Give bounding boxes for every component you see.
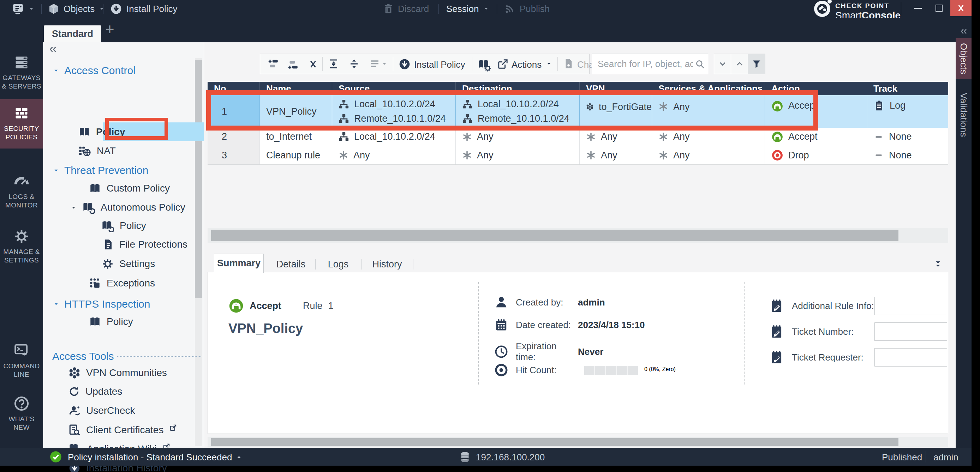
nav-item-nat[interactable]: NAT [78,145,116,157]
nav-section-access-control[interactable]: Access Control [53,65,135,76]
find-previous-button[interactable] [731,54,748,74]
details-hscrollbar-track[interactable] [208,437,948,447]
divider [472,57,473,71]
field-hit-count: Hit Count: [495,363,578,377]
filter-button[interactable] [748,54,765,74]
search-input[interactable] [598,54,693,74]
sidebar-item-security-policies[interactable]: SECURITYPOLICIES [0,99,43,149]
changes-icon[interactable] [563,58,574,69]
track-cell[interactable]: None [867,128,948,146]
insert-section-below-icon[interactable] [348,58,360,70]
nav-item-autonomous-policy-policy[interactable]: Policy [101,219,146,232]
collapse-details-icon[interactable] [934,260,943,269]
vpn-cell[interactable]: Any [580,146,652,165]
table-hscrollbar-thumb[interactable] [211,230,899,241]
checkpoint-logo [814,1,830,17]
track-cell[interactable]: Log [867,95,948,128]
details-hscrollbar-thumb[interactable] [211,438,899,446]
divider [322,57,323,71]
tab-summary[interactable]: Summary [214,253,264,273]
tab-details[interactable]: Details [268,256,313,272]
policy-sync-icon [82,201,95,214]
actions-button[interactable]: Actions [512,59,541,70]
search-box [592,54,708,74]
nav-item-settings[interactable]: Settings [102,258,155,270]
source-cell[interactable]: Any [332,146,456,165]
nav-item-vpn-communities[interactable]: VPN Communities [68,367,167,379]
status-message[interactable]: Policy installation - Standard Succeeded [68,452,232,463]
insert-section-above-icon[interactable] [328,58,339,70]
close-button[interactable] [950,0,972,16]
refresh-icon [68,386,80,397]
install-policy-icon[interactable] [399,58,410,70]
chevron-down-icon [546,61,552,67]
caret-down-icon [71,204,76,211]
tab-logs[interactable]: Logs [317,256,360,272]
field-expiration-time: Expiration time: Never [495,341,603,363]
tab-validations[interactable]: Validations [956,83,972,147]
track-cell[interactable]: None [867,146,948,165]
chevron-down-icon[interactable] [382,61,387,67]
table-hscrollbar-track[interactable] [208,228,948,243]
nav-item-https-policy[interactable]: Policy [89,316,133,328]
sidebar-item-gateways-servers[interactable]: GATEWAYS& SERVERS [0,55,43,91]
nav-section-access-tools[interactable]: Access Tools [52,350,114,362]
publish-button[interactable]: Publish [504,0,550,17]
delete-rule-icon[interactable] [308,59,318,69]
install-policy-button[interactable]: Install Policy [414,59,465,70]
destination-cell[interactable]: Any [456,146,580,165]
actions-icon[interactable] [497,59,508,70]
none-dash-icon [873,131,884,142]
nav-item-client-certificates[interactable]: Client Certificates [68,424,177,436]
install-policy-menu-button[interactable]: Install Policy [110,0,178,17]
ticket-number-input[interactable] [875,322,947,341]
add-rule-above-icon[interactable] [267,58,279,70]
sidebar-item-manage-settings[interactable]: MANAGE &SETTINGS [0,229,43,265]
collapse-panel-icon[interactable] [49,45,57,54]
sidebar-item-command-line[interactable]: COMMANDLINE [0,343,43,379]
tab-standard-label: Standard [52,29,93,40]
ticket-requester-input[interactable] [875,348,947,366]
discard-button[interactable]: Discard [383,0,429,17]
nav-item-file-protections[interactable]: File Protections [102,239,188,250]
tab-history[interactable]: History [363,256,411,272]
services-cell[interactable]: Any [652,146,765,165]
nav-section-label: Access Tools [52,350,114,362]
nav-section-https-inspection[interactable]: HTTPS Inspection [53,298,150,310]
col-header-track[interactable]: Track [867,82,948,95]
action-cell[interactable]: Drop [765,146,867,165]
accept-icon [228,298,244,314]
app-menu-button[interactable] [12,0,35,17]
caret-up-icon[interactable] [236,454,242,460]
right-side-panel: Objects Validations [956,17,972,448]
expand-panel-icon[interactable] [960,27,968,35]
nav-item-custom-policy[interactable]: Custom Policy [89,182,170,194]
minimize-button[interactable] [908,0,928,16]
nav-item-exceptions[interactable]: Exceptions [89,277,155,289]
additional-rule-info-input[interactable] [875,297,947,315]
tab-objects[interactable]: Objects [956,38,972,79]
policy-settings-icon[interactable] [478,58,491,71]
new-tab-button[interactable]: + [105,21,115,38]
sidebar-item-logs-monitor[interactable]: LOGS &MONITOR [0,174,43,209]
nav-item-autonomous-policy[interactable]: Autonomous Policy [71,201,185,214]
nav-scrollbar-thumb[interactable] [195,60,202,298]
policy-book-icon [78,126,91,138]
field-label: Hit Count: [516,365,578,376]
view-options-icon[interactable] [369,58,380,70]
session-menu-button[interactable]: Session [446,0,489,17]
objects-menu-button[interactable]: Objects [48,0,105,17]
table-row-rule-3[interactable]: 3 Cleanup rule Any Any Any Any Drop None [208,146,948,165]
maximize-button[interactable] [929,0,949,16]
calendar-icon [495,318,508,332]
find-next-button[interactable] [714,54,731,74]
search-icon[interactable] [695,59,705,69]
tab-standard[interactable]: Standard [44,25,101,42]
nav-item-usercheck[interactable]: UserCheck [68,405,135,417]
nav-section-threat-prevention[interactable]: Threat Prevention [53,165,148,176]
add-rule-below-icon[interactable] [287,58,299,70]
nav-item-updates[interactable]: Updates [68,386,122,397]
sidebar-item-whats-new[interactable]: WHAT'SNEW [0,396,43,432]
chevron-down-icon [483,6,489,12]
any-asterisk-icon [586,132,596,142]
